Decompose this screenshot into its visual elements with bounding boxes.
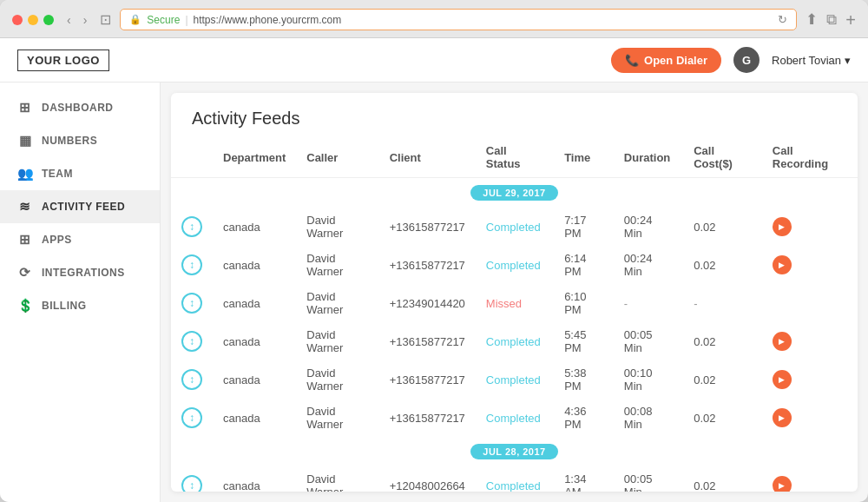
apps-icon: ⊞ xyxy=(17,232,33,248)
sidebar-item-dashboard[interactable]: ⊞ DASHBOARD xyxy=(0,91,160,124)
duration-cell: 00:05 Min xyxy=(624,472,653,492)
play-recording-button[interactable]: ▶ xyxy=(773,408,792,427)
table-row: ↕ canada David Warner +12349014420 Misse… xyxy=(171,284,858,322)
minimize-button[interactable] xyxy=(28,15,38,25)
col-duration: Duration xyxy=(614,137,683,178)
call-type-icon-cell: ↕ xyxy=(171,208,213,246)
table-row: ↕ canada David Warner +12048002664 Compl… xyxy=(171,466,858,492)
sidebar-label-billing: BILLING xyxy=(42,300,87,312)
sidebar-label-activity-feed: ACTIVITY FEED xyxy=(42,201,125,213)
sidebar-item-integrations[interactable]: ⟳ INTEGRATIONS xyxy=(0,256,160,289)
play-recording-button[interactable]: ▶ xyxy=(773,217,792,236)
duration-cell: 00:05 Min xyxy=(624,328,653,354)
play-recording-button[interactable]: ▶ xyxy=(773,255,792,274)
client-cell: +13615877217 xyxy=(379,399,476,437)
cost-cell: 0.02 xyxy=(694,335,715,348)
cost-cell: 0.02 xyxy=(694,221,715,234)
close-button[interactable] xyxy=(12,15,23,25)
header-row: Department Caller Client Call Status Tim… xyxy=(171,137,858,178)
col-client: Client xyxy=(379,137,476,178)
status-cell: Completed xyxy=(476,399,554,437)
call-icon: ↕ xyxy=(181,254,202,275)
call-icon: ↕ xyxy=(181,293,202,314)
recording-cell[interactable]: ▶ xyxy=(762,466,858,492)
activity-table[interactable]: Department Caller Client Call Status Tim… xyxy=(171,137,858,492)
back-button[interactable]: ‹ xyxy=(62,11,76,29)
sidebar-label-integrations: INTEGRATIONS xyxy=(42,267,125,279)
time-cell: 5:38 PM xyxy=(554,360,614,399)
traffic-lights xyxy=(12,15,54,25)
client-cell: +13615877217 xyxy=(379,360,476,399)
cost-wrapper: 0.02 xyxy=(683,466,762,492)
table-row: ↕ canada David Warner +13615877217 Compl… xyxy=(171,360,858,399)
col-call-cost: Call Cost($) xyxy=(683,137,762,178)
dept-cell: canada xyxy=(213,246,296,284)
dept-cell: canada xyxy=(213,284,296,322)
call-type-icon-cell: ↕ xyxy=(171,284,213,322)
recording-cell[interactable]: ▶ xyxy=(762,246,858,284)
browser-titlebar: ‹ › ⊡ 🔒 Secure | https://www.phone.yourc… xyxy=(0,0,868,38)
sidebar-label-apps: APPS xyxy=(42,234,72,246)
call-icon: ↕ xyxy=(181,331,202,352)
col-time: Time xyxy=(554,137,614,178)
user-name-button[interactable]: Robert Tovian ▾ xyxy=(772,54,851,67)
duration-cell: 00:10 Min xyxy=(624,367,653,393)
new-tab-button[interactable]: + xyxy=(845,11,856,29)
recording-cell[interactable]: ▶ xyxy=(762,208,858,246)
maximize-button[interactable] xyxy=(43,15,54,25)
status-cell: Completed xyxy=(476,208,554,246)
duplicate-tab-icon[interactable]: ⧉ xyxy=(826,11,837,29)
time-cell: 5:45 PM xyxy=(554,322,614,360)
call-icon: ↕ xyxy=(181,369,202,390)
call-type-icon-cell: ↕ xyxy=(171,360,213,399)
cost-wrapper: 0.02 xyxy=(683,360,762,399)
recording-cell[interactable]: ▶ xyxy=(762,399,858,437)
status-cell: Completed xyxy=(476,246,554,284)
recording-cell[interactable]: ▶ xyxy=(762,322,858,360)
duration-wrapper: 00:24 Min xyxy=(614,208,683,246)
app-container: YOUR LOGO 📞 Open Dialer G Robert Tovian … xyxy=(0,38,868,502)
sidebar-toggle-icon[interactable]: ⊡ xyxy=(100,11,111,28)
reload-icon[interactable]: ↻ xyxy=(778,13,787,26)
caller-cell: David Warner xyxy=(296,360,378,399)
duration-cell: - xyxy=(624,297,628,310)
sidebar-item-team[interactable]: 👥 TEAM xyxy=(0,157,160,190)
play-recording-button[interactable]: ▶ xyxy=(773,332,792,351)
sidebar-item-billing[interactable]: 💲 BILLING xyxy=(0,289,160,322)
duration-cell: 00:08 Min xyxy=(624,405,653,431)
forward-button[interactable]: › xyxy=(79,11,92,29)
cost-wrapper: 0.02 xyxy=(683,399,762,437)
app-navbar: YOUR LOGO 📞 Open Dialer G Robert Tovian … xyxy=(0,38,868,83)
recording-cell[interactable]: ▶ xyxy=(762,360,858,399)
client-cell: +13615877217 xyxy=(379,246,476,284)
open-dialer-label: Open Dialer xyxy=(644,54,707,67)
col-call-recording: Call Recording xyxy=(762,137,858,178)
duration-wrapper: 00:10 Min xyxy=(614,360,683,399)
sidebar-item-apps[interactable]: ⊞ APPS xyxy=(0,223,160,256)
caller-cell: David Warner xyxy=(296,322,378,360)
duration-cell: 00:24 Min xyxy=(624,214,653,240)
duration-cell: 00:24 Min xyxy=(624,252,653,278)
play-recording-button[interactable]: ▶ xyxy=(773,370,792,389)
cost-cell: 0.02 xyxy=(694,373,715,386)
user-name-text: Robert Tovian xyxy=(772,54,841,67)
open-dialer-button[interactable]: 📞 Open Dialer xyxy=(611,48,721,73)
sidebar-item-numbers[interactable]: ▦ NUMBERS xyxy=(0,124,160,157)
cost-cell: 0.02 xyxy=(694,412,715,425)
integrations-icon: ⟳ xyxy=(17,265,33,281)
secure-label: Secure xyxy=(147,14,180,26)
call-type-icon-cell: ↕ xyxy=(171,399,213,437)
play-recording-button[interactable]: ▶ xyxy=(773,476,792,492)
duration-wrapper: 00:24 Min xyxy=(614,246,683,284)
date-separator-row: JUL 29, 2017 xyxy=(171,178,858,208)
time-cell: 1:34 AM xyxy=(554,466,614,492)
browser-window: ‹ › ⊡ 🔒 Secure | https://www.phone.yourc… xyxy=(0,0,868,502)
client-cell: +12048002664 xyxy=(379,466,476,492)
cost-wrapper: 0.02 xyxy=(683,208,762,246)
logo: YOUR LOGO xyxy=(17,50,109,71)
call-icon: ↕ xyxy=(181,475,202,492)
address-bar[interactable]: 🔒 Secure | https://www.phone.yourcrm.com… xyxy=(120,9,797,30)
sidebar-item-activity-feed[interactable]: ≋ ACTIVITY FEED xyxy=(0,190,160,223)
status-cell: Completed xyxy=(476,322,554,360)
share-icon[interactable]: ⬆ xyxy=(806,10,818,29)
